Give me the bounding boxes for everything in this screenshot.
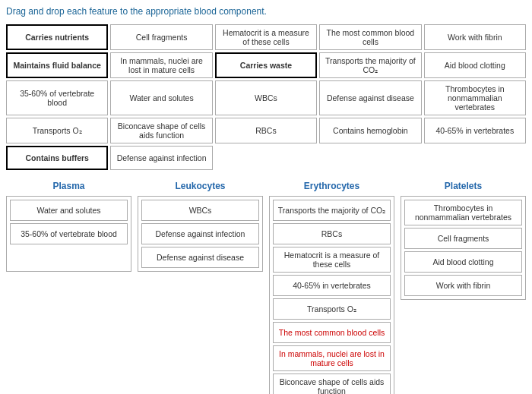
erythrocytes-item-mammals-nuclei: In mammals, nuclei are lost in mature ce… [273, 345, 391, 371]
leukocytes-title: Leukocytes [175, 181, 225, 191]
platelets-title: Platelets [445, 181, 482, 191]
drag-item-empty1 [215, 146, 317, 170]
leukocytes-item-defense-infection: Defense against infection [141, 223, 259, 244]
platelets-item-cell-fragments: Cell fragments [404, 228, 522, 249]
drag-item-rbcs[interactable]: RBCs [215, 118, 317, 143]
leukocytes-item-defense-disease: Defense against disease [141, 247, 259, 268]
erythrocytes-column: Erythrocytes Transports the majority of … [269, 181, 394, 394]
erythrocytes-item-co2: Transports the majority of CO₂ [273, 200, 391, 221]
leukocytes-column: Leukocytes WBCs Defense against infectio… [138, 181, 263, 394]
leukocytes-item-wbcs: WBCs [141, 200, 259, 221]
platelets-item-thrombocytes: Thrombocytes in nonmammalian vertebrates [404, 200, 522, 225]
drag-item-thrombocytes[interactable]: Thrombocytes in nonmammalian vertebrates [424, 80, 526, 115]
drag-item-defense-infection[interactable]: Defense against infection [110, 146, 212, 170]
drag-item-carries-waste[interactable]: Carries waste [215, 52, 317, 78]
drag-item-40-65[interactable]: 40-65% in vertebrates [424, 118, 526, 143]
platelets-item-work-fibrin: Work with fibrin [404, 275, 522, 296]
erythrocytes-title: Erythrocytes [304, 181, 359, 191]
platelets-drop-zone[interactable]: Thrombocytes in nonmammalian vertebrates… [401, 196, 526, 300]
drag-item-aid-blood-clotting[interactable]: Aid blood clotting [424, 52, 526, 78]
erythrocytes-drop-zone[interactable]: Transports the majority of CO₂ RBCs Hema… [269, 196, 394, 394]
erythrocytes-item-hematocrit: Hematocrit is a measure of these cells [273, 247, 391, 273]
plasma-title: Plasma [52, 181, 84, 191]
drag-item-biconcave[interactable]: Biconcave shape of cells aids function [110, 118, 212, 143]
instruction-text: Drag and drop each feature to the approp… [6, 6, 526, 17]
platelets-item-aid-clotting: Aid blood clotting [404, 251, 522, 273]
drag-item-contains-hemoglobin[interactable]: Contains hemoglobin [319, 118, 421, 143]
plasma-drop-zone[interactable]: Water and solutes 35-60% of vertebrate b… [6, 196, 131, 272]
drag-item-transports-co2[interactable]: Transports the majority of CO₂ [319, 52, 421, 78]
drag-item-work-fibrin[interactable]: Work with fibrin [424, 24, 526, 50]
plasma-column: Plasma Water and solutes 35-60% of verte… [6, 181, 131, 394]
drag-item-empty2 [319, 146, 421, 170]
drag-item-maintains-fluid[interactable]: Maintains fluid balance [6, 52, 108, 78]
drag-area: Carries nutrients Cell fragments Hematoc… [6, 24, 526, 170]
drag-item-most-common-blood-cells[interactable]: The most common blood cells [319, 24, 421, 50]
plasma-item-water-solutes: Water and solutes [10, 200, 128, 221]
drag-item-empty3 [424, 146, 526, 170]
erythrocytes-item-rbcs: RBCs [273, 223, 391, 244]
drop-zones: Plasma Water and solutes 35-60% of verte… [6, 181, 526, 394]
erythrocytes-item-biconcave: Biconcave shape of cells aids function [273, 374, 391, 394]
drag-item-contains-buffers[interactable]: Contains buffers [6, 146, 108, 170]
drag-item-hematocrit[interactable]: Hematocrit is a measure of these cells [215, 24, 317, 50]
erythrocytes-item-most-common: The most common blood cells [273, 322, 391, 343]
erythrocytes-item-o2: Transports O₂ [273, 298, 391, 320]
platelets-column: Platelets Thrombocytes in nonmammalian v… [401, 181, 526, 394]
drag-item-defense-disease[interactable]: Defense against disease [319, 80, 421, 115]
drag-item-transports-o2[interactable]: Transports O₂ [6, 118, 108, 143]
leukocytes-drop-zone[interactable]: WBCs Defense against infection Defense a… [138, 196, 263, 272]
drag-item-vertebrate-blood[interactable]: 35-60% of vertebrate blood [6, 80, 108, 115]
drag-item-wbcs[interactable]: WBCs [215, 80, 317, 115]
drag-item-mammals-nuclei[interactable]: In mammals, nuclei are lost in mature ce… [110, 52, 212, 78]
erythrocytes-item-40-65: 40-65% in vertebrates [273, 275, 391, 296]
drag-item-water-solutes[interactable]: Water and solutes [110, 80, 212, 115]
plasma-item-vertebrate-blood: 35-60% of vertebrate blood [10, 223, 128, 244]
drag-item-cell-fragments[interactable]: Cell fragments [110, 24, 212, 50]
drag-item-carries-nutrients[interactable]: Carries nutrients [6, 24, 108, 50]
